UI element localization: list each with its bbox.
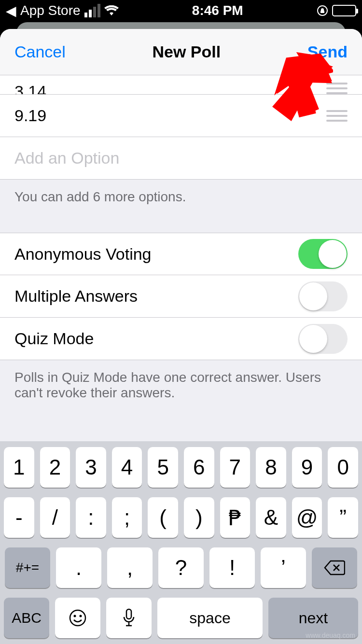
- status-bar: ◀ App Store 8:46 PM: [0, 0, 362, 21]
- key-lparen[interactable]: (: [148, 497, 178, 538]
- poll-option-row[interactable]: 3.14: [0, 75, 362, 95]
- key-emoji[interactable]: [55, 598, 100, 638]
- svg-rect-8: [126, 609, 131, 619]
- key-9[interactable]: 9: [292, 447, 322, 488]
- key-rparen[interactable]: ): [184, 497, 214, 538]
- back-app-label[interactable]: App Store: [20, 3, 81, 18]
- send-button[interactable]: Send: [307, 42, 348, 61]
- backspace-icon: [324, 560, 345, 575]
- quiz-mode-toggle[interactable]: [298, 324, 348, 354]
- key-backspace[interactable]: [312, 547, 357, 588]
- key-1[interactable]: 1: [4, 447, 34, 488]
- keyboard-row: - / : ; ( ) ₱ & @ ”: [4, 497, 358, 538]
- signal-icon: [84, 4, 100, 17]
- status-right: [317, 5, 356, 16]
- key-0[interactable]: 0: [328, 447, 358, 488]
- quiz-footer: Polls in Quiz Mode have one correct answ…: [0, 360, 362, 430]
- wifi-icon: [104, 5, 119, 16]
- key-7[interactable]: 7: [220, 447, 251, 488]
- key-abc[interactable]: ABC: [4, 598, 49, 638]
- status-time: 8:46 PM: [192, 3, 243, 18]
- key-slash[interactable]: /: [40, 497, 70, 538]
- svg-point-6: [74, 615, 76, 617]
- key-question[interactable]: ?: [158, 547, 204, 588]
- key-2[interactable]: 2: [40, 447, 70, 488]
- key-colon[interactable]: :: [76, 497, 106, 538]
- key-semicolon[interactable]: ;: [112, 497, 142, 538]
- poll-option-row[interactable]: 9.19: [0, 95, 362, 137]
- anonymous-voting-toggle[interactable]: [298, 239, 348, 269]
- setting-label: Anonymous Voting: [14, 245, 152, 264]
- option-text: 9.19: [14, 106, 46, 125]
- key-space[interactable]: space: [157, 598, 263, 638]
- status-left: ◀ App Store: [6, 3, 119, 19]
- key-apostrophe[interactable]: ’: [261, 547, 306, 588]
- keyboard: 1 2 3 4 5 6 7 8 9 0 - / : ; ( ) ₱ & @ ” …: [0, 441, 362, 644]
- cancel-button[interactable]: Cancel: [14, 42, 66, 61]
- keyboard-row: #+= . , ? ! ’: [4, 547, 358, 588]
- multiple-answers-toggle[interactable]: [298, 281, 348, 311]
- key-3[interactable]: 3: [76, 447, 106, 488]
- key-symbols[interactable]: #+=: [5, 547, 50, 588]
- key-peso[interactable]: ₱: [220, 497, 251, 538]
- key-quote[interactable]: ”: [328, 497, 358, 538]
- back-chevron-icon[interactable]: ◀: [6, 3, 16, 19]
- watermark: www.deuaq.com: [306, 631, 355, 639]
- key-amp[interactable]: &: [256, 497, 286, 538]
- setting-label: Multiple Answers: [14, 287, 138, 306]
- multiple-answers-row: Multiple Answers: [0, 275, 362, 318]
- battery-icon: [332, 5, 356, 16]
- key-dictation[interactable]: [106, 598, 152, 638]
- key-4[interactable]: 4: [112, 447, 142, 488]
- options-footer: You can add 6 more options.: [0, 180, 362, 217]
- drag-handle-icon[interactable]: [326, 83, 348, 94]
- svg-point-7: [80, 615, 82, 617]
- key-dash[interactable]: -: [4, 497, 34, 538]
- keyboard-row: ABC space next: [4, 598, 358, 638]
- emoji-icon: [68, 608, 87, 628]
- key-exclaim[interactable]: !: [209, 547, 255, 588]
- quiz-mode-row: Quiz Mode: [0, 318, 362, 360]
- orientation-lock-icon: [317, 5, 328, 16]
- drag-handle-icon[interactable]: [326, 110, 348, 122]
- svg-point-5: [70, 610, 85, 626]
- mic-icon: [122, 608, 136, 628]
- keyboard-row: 1 2 3 4 5 6 7 8 9 0: [4, 447, 358, 488]
- key-at[interactable]: @: [292, 497, 322, 538]
- key-5[interactable]: 5: [148, 447, 178, 488]
- add-option-placeholder: Add an Option: [14, 149, 119, 168]
- modal-title: New Poll: [153, 42, 221, 61]
- key-period[interactable]: .: [56, 547, 101, 588]
- key-8[interactable]: 8: [256, 447, 286, 488]
- option-text: 3.14: [14, 82, 46, 95]
- setting-label: Quiz Mode: [14, 329, 94, 348]
- anonymous-voting-row: Anonymous Voting: [0, 233, 362, 275]
- modal-navbar: Cancel New Poll Send: [0, 29, 362, 75]
- key-6[interactable]: 6: [184, 447, 214, 488]
- add-option-row[interactable]: Add an Option: [0, 137, 362, 180]
- key-comma[interactable]: ,: [107, 547, 153, 588]
